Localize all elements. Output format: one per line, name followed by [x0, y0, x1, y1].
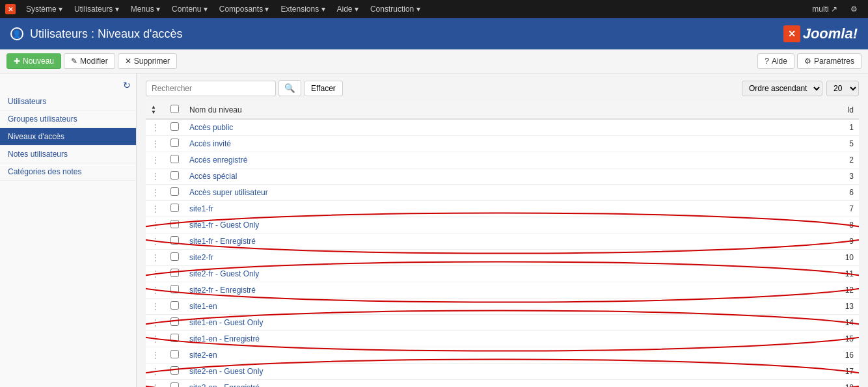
row-name-link[interactable]: Accès enregistré: [189, 155, 247, 165]
row-name-link[interactable]: site1-fr - Enregistré: [189, 237, 256, 246]
drag-handle[interactable]: ⋮: [146, 315, 165, 331]
row-name-link[interactable]: site2-fr - Enregistré: [189, 286, 256, 295]
row-name[interactable]: Accès public: [184, 119, 820, 136]
row-checkbox-cell[interactable]: [165, 250, 184, 266]
drag-handle[interactable]: ⋮: [146, 266, 165, 282]
row-name[interactable]: site1-fr - Enregistré: [184, 234, 820, 250]
menu-composants[interactable]: Composants ▾: [214, 0, 275, 18]
row-name-link[interactable]: site1-fr: [189, 204, 213, 213]
col-header-name[interactable]: Nom du niveau: [184, 101, 820, 119]
menu-contenu[interactable]: Contenu ▾: [167, 0, 213, 18]
row-checkbox[interactable]: [170, 204, 179, 212]
row-name[interactable]: site1-fr: [184, 201, 820, 217]
row-name[interactable]: site2-en: [184, 347, 820, 364]
user-link[interactable]: multi ↗: [807, 0, 843, 18]
row-checkbox-cell[interactable]: [165, 185, 184, 201]
select-all-checkbox[interactable]: [170, 105, 179, 113]
row-name[interactable]: site1-en: [184, 299, 820, 315]
row-checkbox-cell[interactable]: [165, 152, 184, 168]
settings-icon[interactable]: ⚙: [845, 0, 863, 18]
row-name-link[interactable]: site2-en - Guest Only: [189, 367, 263, 376]
drag-handle[interactable]: ⋮: [146, 347, 165, 364]
drag-handle[interactable]: ⋮: [146, 152, 165, 168]
drag-handle[interactable]: ⋮: [146, 299, 165, 315]
drag-handle[interactable]: ⋮: [146, 119, 165, 136]
drag-handle[interactable]: ⋮: [146, 217, 165, 234]
delete-button[interactable]: ✕ Supprimer: [118, 53, 177, 69]
row-name-link[interactable]: site2-fr: [189, 253, 213, 262]
menu-systeme[interactable]: Système ▾: [21, 0, 68, 18]
row-name[interactable]: Accès spécial: [184, 168, 820, 185]
row-checkbox-cell[interactable]: [165, 168, 184, 185]
row-checkbox[interactable]: [170, 220, 179, 228]
row-name[interactable]: site2-en - Guest Only: [184, 364, 820, 380]
row-checkbox-cell[interactable]: [165, 364, 184, 380]
row-name-link[interactable]: site1-en: [189, 302, 217, 311]
row-name[interactable]: site2-fr: [184, 250, 820, 266]
params-button[interactable]: ⚙ Paramètres: [797, 53, 861, 69]
row-checkbox[interactable]: [170, 334, 179, 342]
row-checkbox[interactable]: [170, 171, 179, 180]
drag-handle[interactable]: ⋮: [146, 201, 165, 217]
row-name-link[interactable]: Accès super utilisateur: [189, 188, 268, 197]
row-checkbox[interactable]: [170, 350, 179, 358]
row-name-link[interactable]: site2-en: [189, 351, 217, 360]
row-checkbox-cell[interactable]: [165, 299, 184, 315]
row-name-link[interactable]: site1-en - Enregistré: [189, 334, 260, 343]
row-checkbox[interactable]: [170, 269, 179, 277]
help-button[interactable]: ? Aide: [757, 53, 794, 69]
row-checkbox-cell[interactable]: [165, 315, 184, 331]
row-name-link[interactable]: site2-en - Enregistré: [189, 383, 260, 387]
new-button[interactable]: ✚ Nouveau: [7, 53, 61, 69]
search-button[interactable]: 🔍: [278, 80, 301, 96]
menu-aide[interactable]: Aide ▾: [332, 0, 364, 18]
menu-construction[interactable]: Construction ▾: [365, 0, 426, 18]
row-name-link[interactable]: Accès invité: [189, 139, 231, 148]
row-checkbox-cell[interactable]: [165, 347, 184, 364]
drag-handle[interactable]: ⋮: [146, 185, 165, 201]
row-name[interactable]: site1-en - Enregistré: [184, 331, 820, 347]
row-checkbox-cell[interactable]: [165, 136, 184, 152]
drag-handle[interactable]: ⋮: [146, 364, 165, 380]
row-name[interactable]: site2-fr - Enregistré: [184, 282, 820, 299]
row-checkbox-cell[interactable]: [165, 119, 184, 136]
col-header-check[interactable]: [165, 101, 184, 119]
row-name-link[interactable]: site2-fr - Guest Only: [189, 269, 259, 278]
row-checkbox[interactable]: [170, 122, 179, 131]
row-name[interactable]: Accès super utilisateur: [184, 185, 820, 201]
row-checkbox-cell[interactable]: [165, 380, 184, 388]
row-checkbox[interactable]: [170, 236, 179, 245]
row-checkbox[interactable]: [170, 252, 179, 261]
row-name[interactable]: site1-en - Guest Only: [184, 315, 820, 331]
row-name[interactable]: Accès invité: [184, 136, 820, 152]
row-checkbox[interactable]: [170, 155, 179, 163]
row-name-link[interactable]: Accès spécial: [189, 172, 237, 181]
sidebar-item-categories[interactable]: Catégories des notes: [0, 163, 136, 181]
row-name[interactable]: site1-fr - Guest Only: [184, 217, 820, 234]
menu-extensions[interactable]: Extensions ▾: [275, 0, 330, 18]
row-checkbox[interactable]: [170, 285, 179, 293]
menu-utilisateurs[interactable]: Utilisateurs ▾: [69, 0, 124, 18]
drag-handle[interactable]: ⋮: [146, 168, 165, 185]
sidebar-item-utilisateurs[interactable]: Utilisateurs: [0, 93, 136, 111]
order-select[interactable]: Ordre ascendant: [742, 81, 822, 96]
row-name-link[interactable]: site1-en - Guest Only: [189, 318, 263, 327]
row-checkbox-cell[interactable]: [165, 217, 184, 234]
row-name-link[interactable]: Accès public: [189, 123, 233, 132]
page-size-select[interactable]: 20 5 10 15 25 50 100: [826, 81, 859, 96]
drag-handle[interactable]: ⋮: [146, 380, 165, 388]
refresh-icon[interactable]: ↻: [123, 80, 131, 90]
row-checkbox[interactable]: [170, 366, 179, 375]
row-checkbox-cell[interactable]: [165, 201, 184, 217]
row-checkbox-cell[interactable]: [165, 331, 184, 347]
row-name-link[interactable]: site1-fr - Guest Only: [189, 220, 259, 230]
row-checkbox[interactable]: [170, 317, 179, 326]
menu-menus[interactable]: Menus ▾: [126, 0, 165, 18]
sidebar-item-notes[interactable]: Notes utilisateurs: [0, 146, 136, 163]
row-name[interactable]: Accès enregistré: [184, 152, 820, 168]
clear-button[interactable]: Effacer: [304, 81, 343, 96]
row-checkbox[interactable]: [170, 382, 179, 387]
row-checkbox-cell[interactable]: [165, 234, 184, 250]
drag-handle[interactable]: ⋮: [146, 136, 165, 152]
drag-handle[interactable]: ⋮: [146, 250, 165, 266]
